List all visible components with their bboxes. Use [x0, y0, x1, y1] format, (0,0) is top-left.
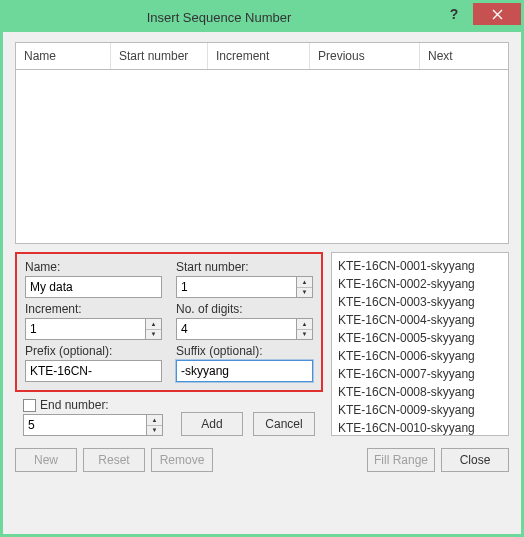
remove-button[interactable]: Remove	[151, 448, 213, 472]
preview-item: KTE-16CN-0007-skyyang	[338, 365, 502, 383]
col-header-next[interactable]: Next	[420, 43, 508, 69]
help-button[interactable]: ?	[435, 3, 473, 25]
form-frame: Name: Start number: ▲▼ Increment: ▲▼	[15, 252, 323, 392]
preview-item: KTE-16CN-0010-skyyang	[338, 419, 502, 436]
close-icon	[492, 9, 503, 20]
titlebar: Insert Sequence Number ?	[3, 3, 521, 32]
close-button[interactable]	[473, 3, 521, 25]
grid-body[interactable]	[15, 69, 509, 244]
new-button[interactable]: New	[15, 448, 77, 472]
preview-item: KTE-16CN-0004-skyyang	[338, 311, 502, 329]
col-header-name[interactable]: Name	[16, 43, 111, 69]
grid-header-row: Name Start number Increment Previous Nex…	[15, 42, 509, 69]
increment-spinner[interactable]: ▲▼	[146, 318, 162, 340]
end-number-label: End number:	[40, 398, 109, 412]
col-header-previous[interactable]: Previous	[310, 43, 420, 69]
preview-item: KTE-16CN-0009-skyyang	[338, 401, 502, 419]
end-number-input[interactable]	[23, 414, 147, 436]
cancel-button[interactable]: Cancel	[253, 412, 315, 436]
name-input[interactable]	[25, 276, 162, 298]
preview-item: KTE-16CN-0003-skyyang	[338, 293, 502, 311]
preview-item: KTE-16CN-0002-skyyang	[338, 275, 502, 293]
suffix-label: Suffix (optional):	[176, 344, 313, 358]
start-number-input[interactable]	[176, 276, 297, 298]
start-number-label: Start number:	[176, 260, 313, 274]
digits-label: No. of digits:	[176, 302, 313, 316]
end-number-spinner[interactable]: ▲▼	[147, 414, 163, 436]
end-number-checkbox[interactable]	[23, 399, 36, 412]
preview-item: KTE-16CN-0001-skyyang	[338, 257, 502, 275]
preview-item: KTE-16CN-0008-skyyang	[338, 383, 502, 401]
col-header-increment[interactable]: Increment	[208, 43, 310, 69]
name-label: Name:	[25, 260, 162, 274]
preview-item: KTE-16CN-0005-skyyang	[338, 329, 502, 347]
increment-label: Increment:	[25, 302, 162, 316]
col-header-start[interactable]: Start number	[111, 43, 208, 69]
digits-input[interactable]	[176, 318, 297, 340]
reset-button[interactable]: Reset	[83, 448, 145, 472]
prefix-input[interactable]	[25, 360, 162, 382]
close-dialog-button[interactable]: Close	[441, 448, 509, 472]
fill-range-button[interactable]: Fill Range	[367, 448, 435, 472]
digits-spinner[interactable]: ▲▼	[297, 318, 313, 340]
window-title: Insert Sequence Number	[3, 10, 435, 25]
prefix-label: Prefix (optional):	[25, 344, 162, 358]
suffix-input[interactable]	[176, 360, 313, 382]
preview-item: KTE-16CN-0006-skyyang	[338, 347, 502, 365]
preview-list[interactable]: KTE-16CN-0001-skyyang KTE-16CN-0002-skyy…	[331, 252, 509, 436]
start-number-spinner[interactable]: ▲▼	[297, 276, 313, 298]
increment-input[interactable]	[25, 318, 146, 340]
add-button[interactable]: Add	[181, 412, 243, 436]
